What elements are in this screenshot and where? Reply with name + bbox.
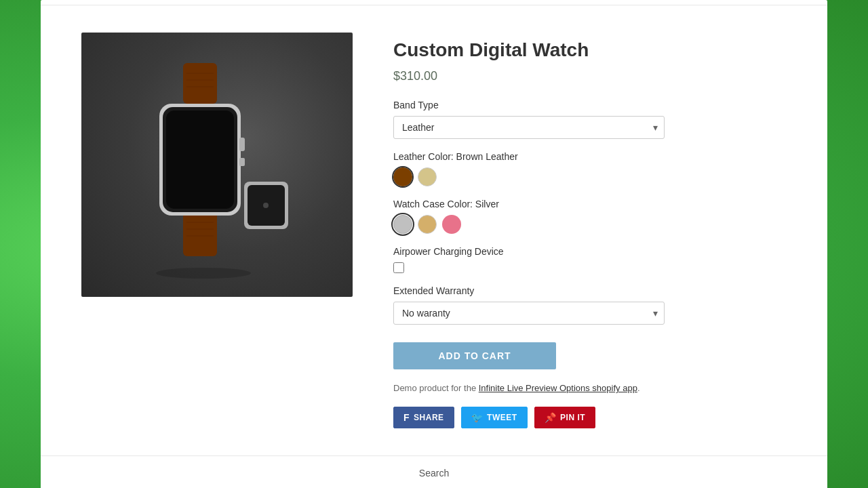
airpower-label: Airpower Charging Device [393,246,787,257]
product-image [81,33,353,297]
svg-rect-1 [183,212,217,256]
product-details: Custom Digital Watch $310.00 Band Type L… [393,33,787,428]
watch-case-swatches [393,215,787,234]
demo-text: Demo product for the Infinite Live Previ… [393,383,787,393]
watch-case-group: Watch Case Color: Silver [393,199,787,234]
page-wrapper: Custom Digital Watch $310.00 Band Type L… [41,0,827,488]
band-type-select-wrapper: Leather Silicone Metal Nylon [393,116,665,139]
product-price: $310.00 [393,69,787,83]
leather-color-group: Leather Color: Brown Leather [393,151,787,186]
demo-suffix: . [637,383,640,393]
demo-prefix: Demo product for the [393,383,479,393]
leather-color-label: Leather Color: Brown Leather [393,151,787,162]
tweet-icon: 🐦 [471,412,484,423]
case-swatch-silver[interactable] [393,215,412,234]
add-to-cart-button[interactable]: ADD TO CART [393,342,556,369]
band-type-label: Band Type [393,100,787,110]
svg-rect-6 [239,158,245,166]
svg-point-16 [156,268,251,279]
product-title: Custom Digital Watch [393,39,787,61]
pin-button[interactable]: 📌 PIN IT [534,407,596,428]
watch-illustration [108,49,326,280]
case-swatch-rose[interactable] [442,215,461,234]
main-content: Custom Digital Watch $310.00 Band Type L… [41,5,827,455]
leather-swatch-brown[interactable] [393,167,412,186]
airpower-checkbox[interactable] [393,262,404,273]
warranty-select-wrapper: No waranty 1 Year 2 Years 3 Years [393,302,665,325]
tweet-button[interactable]: 🐦 TWEET [461,407,528,428]
top-bar [41,0,827,5]
tweet-label: TWEET [487,413,517,422]
band-type-select[interactable]: Leather Silicone Metal Nylon [393,116,665,139]
warranty-label: Extended Warranty [393,285,787,296]
warranty-select[interactable]: No waranty 1 Year 2 Years 3 Years [393,302,665,325]
share-label: SHARE [414,413,444,422]
leather-swatch-tan[interactable] [418,167,437,186]
watch-case-label: Watch Case Color: Silver [393,199,787,209]
band-type-group: Band Type Leather Silicone Metal Nylon [393,100,787,139]
pin-label: PIN IT [560,413,585,422]
footer-search-link[interactable]: Search [419,468,449,479]
airpower-checkbox-group [393,262,787,273]
svg-rect-5 [239,138,245,151]
demo-link[interactable]: Infinite Live Preview Options shopify ap… [479,383,637,393]
leather-color-swatches [393,167,787,186]
svg-rect-0 [183,63,217,104]
case-swatch-gold[interactable] [418,215,437,234]
airpower-group: Airpower Charging Device [393,246,787,273]
share-icon: f [403,412,410,423]
share-button[interactable]: f SHARE [393,407,454,428]
warranty-group: Extended Warranty No waranty 1 Year 2 Ye… [393,285,787,325]
footer-bar: Search [41,455,827,488]
social-buttons: f SHARE 🐦 TWEET 📌 PIN IT [393,407,787,428]
pin-icon: 📌 [545,412,557,423]
svg-rect-4 [166,110,234,209]
svg-point-9 [263,203,269,208]
